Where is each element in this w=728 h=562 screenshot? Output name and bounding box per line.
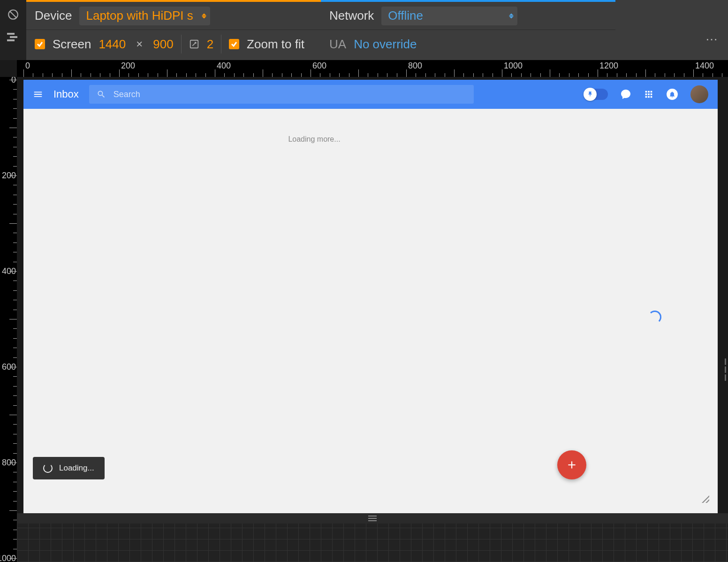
search-icon bbox=[97, 90, 106, 99]
device-label: Device bbox=[35, 8, 72, 23]
network-tab: Network Offline UA No override bbox=[321, 0, 615, 60]
svg-rect-2 bbox=[7, 39, 15, 41]
devtools-spacer bbox=[615, 0, 728, 60]
devtools-left-iconbar bbox=[0, 0, 26, 60]
device-select[interactable]: Laptop with HiDPI s bbox=[79, 7, 210, 25]
zoom-checkbox[interactable] bbox=[229, 39, 239, 49]
svg-rect-5 bbox=[368, 516, 377, 516]
pin-toggle[interactable] bbox=[584, 89, 608, 100]
svg-rect-7 bbox=[368, 520, 377, 521]
search-input[interactable] bbox=[114, 90, 466, 99]
pin-icon bbox=[587, 91, 593, 98]
viewport-area: Inbox bbox=[17, 77, 728, 562]
spinner-icon bbox=[648, 311, 661, 324]
dimension-x: × bbox=[136, 38, 143, 51]
menu-icon[interactable] bbox=[33, 89, 43, 99]
screen-width[interactable]: 1440 bbox=[99, 37, 126, 52]
resize-handle-icon[interactable] bbox=[702, 495, 709, 505]
drawer-handle[interactable] bbox=[17, 513, 728, 524]
device-value: Laptop with HiDPI s bbox=[86, 8, 193, 23]
inbox-header: Inbox bbox=[23, 80, 718, 109]
drag-lines-icon bbox=[368, 516, 377, 521]
avatar[interactable] bbox=[690, 85, 708, 103]
svg-rect-1 bbox=[10, 36, 17, 38]
dpr-value[interactable]: 2 bbox=[207, 37, 213, 52]
ua-value[interactable]: No override bbox=[354, 37, 417, 52]
cancel-icon[interactable] bbox=[7, 8, 19, 21]
separator bbox=[181, 35, 182, 53]
zoom-label: Zoom to fit bbox=[247, 37, 304, 52]
select-arrows-icon bbox=[509, 13, 514, 18]
notifications-icon[interactable] bbox=[666, 88, 678, 100]
network-label: Network bbox=[329, 8, 374, 23]
header-actions bbox=[584, 85, 708, 103]
screen-checkbox[interactable] bbox=[35, 39, 45, 49]
compose-fab[interactable] bbox=[557, 450, 586, 479]
ua-label: UA bbox=[329, 37, 346, 52]
devtools-toolbar: Device Laptop with HiDPI s Screen 1440 ×… bbox=[0, 0, 728, 60]
grid-background bbox=[17, 524, 728, 562]
plus-icon bbox=[566, 459, 578, 471]
app-title: Inbox bbox=[53, 88, 79, 100]
svg-rect-0 bbox=[7, 33, 15, 35]
inbox-body: Loading more... Loading... bbox=[23, 109, 718, 513]
loading-toast: Loading... bbox=[33, 457, 105, 479]
dock-icon[interactable] bbox=[7, 33, 19, 41]
ruler-horizontal: 0200400600800100012001400 bbox=[17, 60, 728, 77]
toast-text: Loading... bbox=[59, 463, 94, 473]
network-select[interactable]: Offline bbox=[381, 7, 517, 25]
side-drag-handle[interactable] bbox=[725, 358, 726, 381]
apps-icon[interactable] bbox=[644, 89, 654, 99]
network-value: Offline bbox=[388, 8, 423, 23]
separator bbox=[221, 35, 221, 53]
select-arrows-icon bbox=[202, 13, 206, 18]
device-tab: Device Laptop with HiDPI s Screen 1440 ×… bbox=[26, 0, 321, 60]
search-bar[interactable] bbox=[89, 85, 474, 104]
screen-height[interactable]: 900 bbox=[153, 37, 173, 52]
toggle-knob bbox=[584, 88, 597, 101]
dpr-icon[interactable] bbox=[189, 39, 199, 49]
spinner-icon bbox=[43, 463, 53, 473]
hangouts-icon[interactable] bbox=[620, 89, 631, 100]
svg-rect-6 bbox=[368, 518, 377, 519]
loading-more-text: Loading more... bbox=[23, 109, 718, 144]
emulated-viewport: Inbox bbox=[23, 80, 718, 513]
screen-label: Screen bbox=[53, 37, 91, 52]
more-icon[interactable]: ⋯ bbox=[705, 32, 719, 47]
ruler-vertical: 02004006008001000 bbox=[0, 77, 17, 562]
